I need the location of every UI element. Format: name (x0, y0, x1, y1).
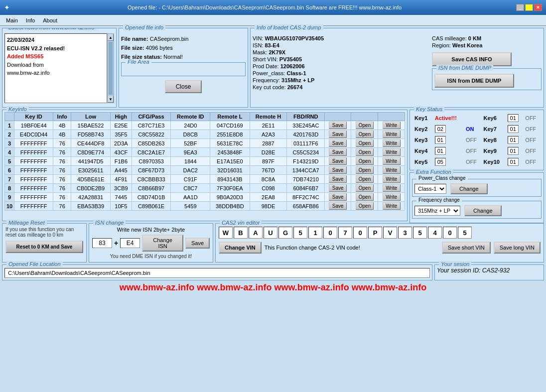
open-key-button[interactable]: Open (356, 193, 374, 201)
write-key-button[interactable]: Write (383, 184, 401, 192)
session-title: Your sesion (439, 261, 471, 267)
save-key-button[interactable]: Save (329, 166, 347, 174)
write-key-button[interactable]: Write (383, 148, 401, 156)
high-cell: A445 (110, 166, 132, 175)
close-window-button[interactable]: ✕ (534, 4, 542, 11)
k3-val: 01 (435, 136, 446, 144)
change-isn-button[interactable]: Change ISN (142, 235, 183, 252)
scroll-up[interactable]: ▲ (108, 34, 114, 41)
menu-about[interactable]: About (39, 16, 61, 24)
write-key-button[interactable]: Write (383, 202, 401, 210)
open-key-button[interactable]: Open (356, 202, 374, 210)
open-key-button[interactable]: Open (356, 184, 374, 192)
k4-label: Key4 (414, 148, 427, 154)
menu-main[interactable]: Main (2, 16, 22, 24)
write-key-button[interactable]: Write (383, 193, 401, 201)
open-key-button[interactable]: Open (356, 175, 374, 183)
write-key-button[interactable]: Write (383, 157, 401, 165)
remote-h-cell: 2E11 (250, 121, 287, 130)
save-key-button[interactable]: Save (329, 193, 347, 201)
region-value: West Korea (452, 42, 482, 48)
power-class-select[interactable]: Class-1 Class-2 Class-3 (414, 184, 446, 194)
scroll-thumb[interactable] (109, 42, 113, 95)
frequency-select[interactable]: 315Mhz + LP 433Mhz Other (414, 206, 460, 216)
low-cell: EBA53B39 (71, 202, 111, 211)
change-vin-button[interactable]: Change VIN (219, 242, 262, 254)
row-num: 7 (5, 175, 14, 184)
remote-l-cell: 7F30F0EA (210, 184, 250, 193)
save-key-button[interactable]: Save (329, 131, 347, 138)
isn-val1-input[interactable] (92, 238, 112, 248)
cfg-cell: C8F67D73 (132, 166, 171, 175)
isn-dme-panel: ISN from DME DUMP ISN from DME DUMP (432, 68, 542, 90)
remote-id-cell: 9EA3 (171, 148, 210, 157)
news-scroll[interactable]: 22/03/2024 ECU-ISN V2.2 relased! Added M… (4, 33, 107, 103)
info-cell: 76 (53, 193, 71, 202)
save-isn-button[interactable]: Save (185, 238, 210, 249)
freq-label: Frequency: (253, 77, 280, 83)
open-key-button[interactable]: Open (356, 148, 374, 156)
extra-function-panel: Extra Function Power_Class change Class-… (410, 172, 544, 223)
isn-from-dme-button[interactable]: ISN from DME DUMP (434, 74, 514, 88)
menu-info[interactable]: Info (22, 16, 39, 24)
open-key-button[interactable]: Open (356, 166, 374, 174)
close-button[interactable]: Close (165, 80, 202, 93)
right-col: Key Status Key1 Active!!! Key6 01 OFF Ke… (410, 110, 544, 223)
save-short-vin-button[interactable]: Save short VIN (442, 242, 491, 254)
open-key-button[interactable]: Open (356, 131, 374, 138)
fbd-cell: 031117F6 (287, 139, 325, 148)
isn-inputs: + Change ISN Save (92, 235, 210, 252)
write-key-button[interactable]: Write (383, 139, 401, 147)
remote-id-cell: AA1D (171, 193, 210, 202)
write-key-button[interactable]: Write (383, 175, 401, 183)
save-key-button[interactable]: Save (329, 184, 347, 192)
info-cell: 76 (53, 157, 71, 166)
save-long-vin-button[interactable]: Save long VIN (494, 242, 541, 254)
save-key-button[interactable]: Save (329, 139, 347, 147)
k6-off: OFF (525, 115, 536, 121)
row-num: 1 (5, 121, 14, 130)
save-key-button[interactable]: Save (329, 157, 347, 165)
write-key-button[interactable]: Write (383, 131, 401, 138)
save-cas-info-button[interactable]: Save CAS INFO (432, 52, 512, 66)
k5-off: OFF (466, 159, 477, 165)
file-name-label: File name: (121, 36, 148, 42)
low-cell: FD58B743 (71, 130, 111, 139)
news-scrollbar[interactable]: ▲ ▼ (107, 33, 114, 103)
row-num: 3 (5, 139, 14, 148)
write-key-button[interactable]: Write (383, 122, 401, 129)
write-key-button[interactable]: Write (383, 166, 401, 174)
power-class-change-button[interactable]: Change (450, 183, 488, 194)
open-key-button[interactable]: Open (356, 122, 374, 129)
table-row: 10 FFFFFFFF 76 EBA53B39 10F5 C89B061E 54… (5, 202, 405, 211)
remote-id-cell: 1844 (171, 157, 210, 166)
open-key-button[interactable]: Open (356, 157, 374, 165)
save-key-button[interactable]: Save (329, 148, 347, 156)
table-row: 2 E4DC0D44 4B FD58B743 35F5 C8C55822 D8C… (5, 130, 405, 139)
remote-h-cell: C098 (250, 184, 287, 193)
reset-km-button[interactable]: Reset to 0 KM and Save (5, 241, 83, 253)
bottom-section: Milleage Reset If you use this function … (2, 223, 544, 262)
table-row: 5 FFFFFFFF 76 441947D5 F1B6 C8970353 184… (5, 157, 405, 166)
frequency-change-button[interactable]: Change (464, 205, 502, 216)
fbd-cell: 33E245AC (287, 121, 325, 130)
k1-status: Active!!! (435, 115, 457, 121)
prod-date-value: 12062006 (280, 63, 305, 69)
cfg-cell: C8C55822 (132, 130, 171, 139)
key-cut-label: Key cut code: (253, 84, 286, 90)
save-key-button[interactable]: Save (329, 202, 347, 210)
freq-value: 315Mhz + LP (281, 77, 314, 83)
maximize-button[interactable]: □ (525, 4, 533, 11)
save-key-button[interactable]: Save (329, 175, 347, 183)
vin-char: V (383, 227, 397, 239)
minimize-button[interactable]: _ (516, 4, 524, 11)
remote-h-cell: 2EA8 (250, 193, 287, 202)
vin-char: 0 (353, 227, 367, 239)
cas-left: VIN: WBAUG51070PV35405 ISN: 83-E4 Mask: … (253, 34, 428, 105)
scroll-down[interactable]: ▼ (108, 96, 114, 103)
save-key-button[interactable]: Save (329, 122, 347, 129)
open-key-button[interactable]: Open (356, 139, 374, 147)
isn-val2-input[interactable] (120, 238, 140, 248)
high-cell: 4F91 (110, 175, 132, 184)
frequency-panel: Frequency change 315Mhz + LP 433Mhz Othe… (412, 201, 542, 219)
